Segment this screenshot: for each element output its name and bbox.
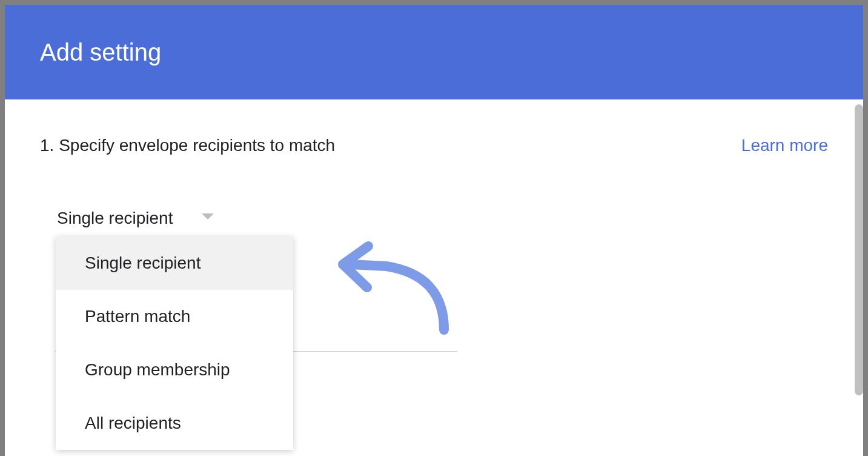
learn-more-link[interactable]: Learn more [741,136,828,155]
caret-down-icon [202,213,214,220]
annotation-arrow-icon [332,239,453,342]
dropdown-option-pattern-match[interactable]: Pattern match [56,290,293,343]
dropdown-option-single-recipient[interactable]: Single recipient [56,236,293,290]
recipient-dropdown-container: Single recipient Single recipient Patter… [57,204,828,233]
add-setting-modal: Add setting 1. Specify envelope recipien… [5,5,863,456]
scrollbar-thumb[interactable] [855,104,863,395]
dropdown-selected-label: Single recipient [57,209,173,228]
dropdown-option-group-membership[interactable]: Group membership [56,343,293,397]
modal-body: 1. Specify envelope recipients to match … [5,99,863,456]
section-label: 1. Specify envelope recipients to match [40,136,335,155]
modal-title: Add setting [40,39,161,66]
scrollbar[interactable] [855,104,863,395]
modal-header: Add setting [5,5,863,99]
section-header-row: 1. Specify envelope recipients to match … [40,136,828,155]
recipient-dropdown-trigger[interactable]: Single recipient [57,204,828,233]
dropdown-option-all-recipients[interactable]: All recipients [56,397,293,450]
recipient-dropdown-menu: Single recipient Pattern match Group mem… [56,236,293,450]
